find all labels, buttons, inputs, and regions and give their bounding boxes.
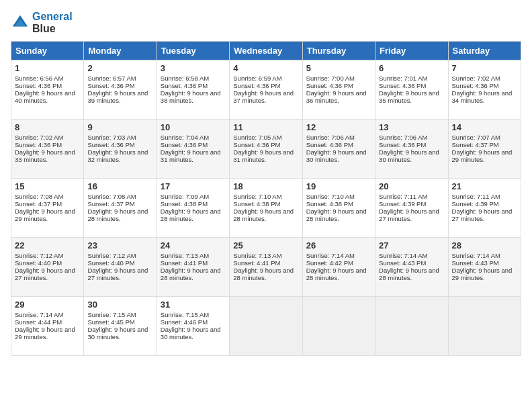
calendar-day: 1Sunrise: 6:56 AMSunset: 4:36 PMDaylight… — [11, 60, 84, 120]
day-info: Sunset: 4:36 PM — [233, 82, 298, 89]
day-info: Sunrise: 7:00 AM — [306, 75, 371, 82]
calendar-day — [302, 297, 375, 356]
day-info: Sunrise: 7:03 AM — [87, 134, 152, 141]
day-info: Sunrise: 7:08 AM — [87, 193, 152, 200]
calendar-day — [375, 297, 448, 356]
day-info: Sunset: 4:37 PM — [452, 141, 517, 148]
page-container: General Blue SundayMondayTuesdayWednesda… — [0, 0, 532, 361]
day-info: Sunset: 4:40 PM — [15, 259, 80, 267]
day-number: 26 — [306, 240, 371, 250]
day-info: Sunrise: 6:56 AM — [15, 75, 80, 82]
day-number: 2 — [87, 63, 152, 73]
day-number: 15 — [15, 181, 80, 191]
day-info: Sunrise: 7:02 AM — [15, 134, 80, 141]
day-info: Sunset: 4:39 PM — [452, 200, 517, 208]
day-info: Daylight: 9 hours and 33 minutes. — [15, 148, 80, 163]
day-info: Sunrise: 6:58 AM — [161, 75, 226, 82]
day-info: Daylight: 9 hours and 37 minutes. — [233, 89, 298, 104]
calendar-day: 2Sunrise: 6:57 AMSunset: 4:36 PMDaylight… — [84, 60, 157, 120]
day-info: Daylight: 9 hours and 28 minutes. — [87, 208, 152, 222]
weekday-header: Wednesday — [230, 42, 302, 60]
calendar-day: 28Sunrise: 7:14 AMSunset: 4:43 PMDayligh… — [448, 238, 521, 297]
day-info: Sunset: 4:36 PM — [379, 141, 444, 148]
day-info: Daylight: 9 hours and 28 minutes. — [161, 267, 226, 281]
weekday-header: Tuesday — [157, 42, 229, 60]
day-info: Daylight: 9 hours and 29 minutes. — [15, 208, 80, 222]
day-number: 8 — [15, 122, 80, 132]
day-info: Sunrise: 7:06 AM — [306, 134, 371, 141]
day-info: Sunrise: 7:15 AM — [87, 311, 152, 318]
day-number: 25 — [233, 240, 298, 250]
day-info: Daylight: 9 hours and 39 minutes. — [87, 89, 152, 104]
day-info: Sunset: 4:43 PM — [379, 259, 444, 267]
day-info: Daylight: 9 hours and 31 minutes. — [161, 148, 226, 163]
day-info: Sunset: 4:36 PM — [87, 82, 152, 89]
day-info: Sunset: 4:42 PM — [306, 259, 371, 267]
day-info: Daylight: 9 hours and 29 minutes. — [452, 267, 517, 281]
page-header: General Blue — [11, 11, 521, 34]
day-info: Daylight: 9 hours and 27 minutes. — [15, 267, 80, 281]
day-info: Daylight: 9 hours and 28 minutes. — [233, 208, 298, 222]
day-number: 10 — [161, 122, 226, 132]
day-info: Sunset: 4:40 PM — [87, 259, 152, 267]
day-info: Daylight: 9 hours and 27 minutes. — [87, 267, 152, 281]
calendar-day: 17Sunrise: 7:09 AMSunset: 4:38 PMDayligh… — [157, 179, 229, 238]
calendar-day: 18Sunrise: 7:10 AMSunset: 4:38 PMDayligh… — [230, 179, 302, 238]
calendar-day: 22Sunrise: 7:12 AMSunset: 4:40 PMDayligh… — [11, 238, 84, 297]
weekday-header: Sunday — [11, 42, 84, 60]
day-info: Sunset: 4:38 PM — [233, 200, 298, 208]
day-info: Sunset: 4:41 PM — [233, 259, 298, 267]
day-number: 20 — [379, 181, 444, 191]
day-number: 29 — [15, 300, 80, 310]
day-info: Sunrise: 7:06 AM — [379, 134, 444, 141]
calendar-day: 7Sunrise: 7:02 AMSunset: 4:36 PMDaylight… — [448, 60, 521, 120]
day-number: 11 — [233, 122, 298, 132]
calendar-day: 8Sunrise: 7:02 AMSunset: 4:36 PMDaylight… — [11, 120, 84, 179]
day-info: Sunset: 4:41 PM — [161, 259, 226, 267]
day-info: Sunset: 4:36 PM — [306, 141, 371, 148]
day-number: 31 — [161, 300, 226, 310]
day-number: 30 — [87, 300, 152, 310]
day-info: Sunset: 4:37 PM — [87, 200, 152, 208]
calendar-day: 30Sunrise: 7:15 AMSunset: 4:45 PMDayligh… — [84, 297, 157, 356]
calendar-day: 13Sunrise: 7:06 AMSunset: 4:36 PMDayligh… — [375, 120, 448, 179]
day-info: Sunrise: 7:13 AM — [161, 252, 226, 259]
day-info: Sunset: 4:45 PM — [87, 318, 152, 326]
day-info: Sunrise: 6:57 AM — [87, 75, 152, 82]
day-number: 4 — [233, 63, 298, 73]
day-info: Daylight: 9 hours and 28 minutes. — [233, 267, 298, 281]
calendar-week: 22Sunrise: 7:12 AMSunset: 4:40 PMDayligh… — [11, 238, 521, 297]
calendar-day: 12Sunrise: 7:06 AMSunset: 4:36 PMDayligh… — [302, 120, 375, 179]
calendar-day: 31Sunrise: 7:15 AMSunset: 4:46 PMDayligh… — [157, 297, 229, 356]
day-number: 1 — [15, 63, 80, 73]
day-info: Daylight: 9 hours and 38 minutes. — [161, 89, 226, 104]
day-number: 17 — [161, 181, 226, 191]
day-number: 7 — [452, 63, 517, 73]
day-info: Sunset: 4:38 PM — [161, 200, 226, 208]
calendar-table: SundayMondayTuesdayWednesdayThursdayFrid… — [11, 41, 521, 356]
day-info: Sunrise: 7:14 AM — [15, 311, 80, 318]
calendar-day: 27Sunrise: 7:14 AMSunset: 4:43 PMDayligh… — [375, 238, 448, 297]
day-info: Sunset: 4:46 PM — [161, 318, 226, 326]
day-info: Daylight: 9 hours and 28 minutes. — [379, 267, 444, 281]
day-info: Daylight: 9 hours and 28 minutes. — [161, 208, 226, 222]
day-info: Sunset: 4:36 PM — [15, 82, 80, 89]
day-number: 16 — [87, 181, 152, 191]
day-number: 27 — [379, 240, 444, 250]
day-info: Sunrise: 7:14 AM — [306, 252, 371, 259]
day-info: Sunrise: 7:01 AM — [379, 75, 444, 82]
day-info: Sunset: 4:36 PM — [379, 82, 444, 89]
day-number: 28 — [452, 240, 517, 250]
day-number: 12 — [306, 122, 371, 132]
calendar-day: 4Sunrise: 6:59 AMSunset: 4:36 PMDaylight… — [230, 60, 302, 120]
calendar-day: 15Sunrise: 7:08 AMSunset: 4:37 PMDayligh… — [11, 179, 84, 238]
day-info: Sunrise: 6:59 AM — [233, 75, 298, 82]
calendar-day: 23Sunrise: 7:12 AMSunset: 4:40 PMDayligh… — [84, 238, 157, 297]
calendar-day: 16Sunrise: 7:08 AMSunset: 4:37 PMDayligh… — [84, 179, 157, 238]
day-info: Sunset: 4:36 PM — [161, 82, 226, 89]
day-number: 24 — [161, 240, 226, 250]
calendar-day: 25Sunrise: 7:13 AMSunset: 4:41 PMDayligh… — [230, 238, 302, 297]
day-info: Daylight: 9 hours and 32 minutes. — [87, 148, 152, 163]
day-info: Sunset: 4:37 PM — [15, 200, 80, 208]
calendar-week: 29Sunrise: 7:14 AMSunset: 4:44 PMDayligh… — [11, 297, 521, 356]
